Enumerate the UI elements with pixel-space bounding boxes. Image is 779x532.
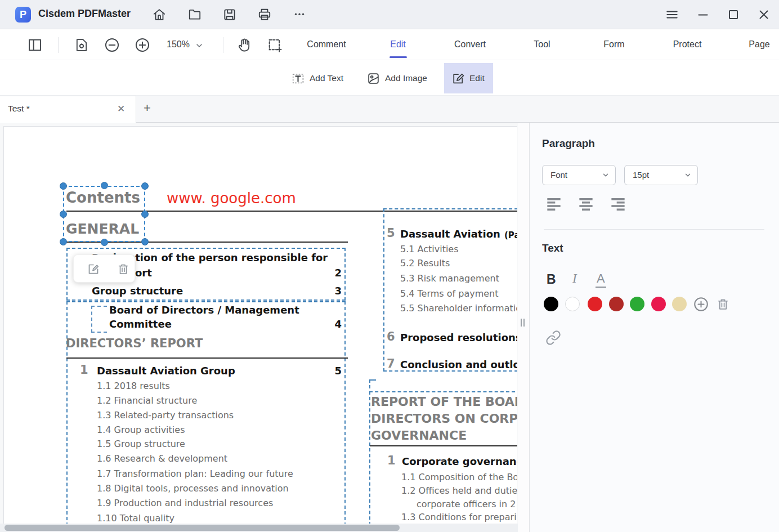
selection-handle-sw[interactable]	[60, 238, 67, 245]
doc-heading-governance-line3: GOVERNANCE	[371, 428, 467, 442]
toc-item: 1.3 Conditions for prepari	[401, 512, 517, 522]
tab-tool[interactable]: Tool	[534, 39, 550, 50]
chevron-down-icon	[602, 171, 610, 179]
text-block-selection-box[interactable]	[63, 186, 145, 242]
hand-tool-icon[interactable]	[236, 37, 252, 53]
toc-item: 1.1 Composition of the Bo	[401, 472, 517, 482]
toc-board-line1: Board of Directors / Management	[109, 304, 299, 316]
zoom-level-value[interactable]: 150%	[167, 39, 190, 50]
align-left-icon[interactable]	[545, 196, 562, 212]
doc-heading-directors-report: DIRECTORS’ REPORT	[66, 337, 203, 350]
font-family-select[interactable]: Font	[542, 165, 616, 185]
color-swatch-crimson[interactable]	[651, 297, 666, 311]
add-color-icon[interactable]	[693, 297, 709, 312]
maximize-icon[interactable]	[726, 7, 741, 22]
tab-form[interactable]: Form	[603, 39, 624, 50]
format-panel: Paragraph Font 15pt Text B I	[529, 123, 779, 532]
color-swatch-tan[interactable]	[672, 297, 687, 311]
save-icon[interactable]	[222, 7, 237, 22]
tab-edit[interactable]: Edit	[390, 39, 406, 50]
main-toolbar: 150% Comment Edit Convert Tool Form Prot…	[0, 30, 779, 60]
toolbar-separator	[58, 37, 59, 53]
toc-item: 1.10 Total quality	[97, 513, 174, 524]
toc-item: 1.5 Group structure	[97, 439, 185, 449]
horizontal-scrollbar[interactable]	[0, 524, 518, 532]
align-right-icon[interactable]	[610, 196, 626, 212]
delete-text-block-icon[interactable]	[117, 262, 130, 276]
nested-text-fragment-outline	[91, 306, 107, 333]
toc-sec1-title: Dassault Aviation Group	[97, 365, 235, 377]
doc-heading-governance-line2: DIRECTORS ON CORP	[371, 412, 517, 426]
align-center-icon[interactable]	[577, 196, 594, 212]
pdf-page[interactable]: Contents www. google.com GENERAL Declara…	[3, 126, 517, 532]
bold-button[interactable]: B	[547, 272, 556, 287]
app-logo-icon: P	[15, 7, 31, 23]
panel-divider	[544, 229, 764, 230]
text-block-mini-toolbar	[73, 254, 135, 283]
active-tab-underline	[390, 56, 407, 58]
edit-tool-button[interactable]: Edit	[469, 73, 485, 83]
underline-button[interactable]: A	[596, 271, 606, 288]
tab-protect[interactable]: Protect	[673, 39, 702, 50]
doc-rule-3	[66, 357, 348, 359]
add-image-button[interactable]: Add Image	[385, 73, 427, 83]
select-marquee-icon[interactable]	[267, 37, 283, 53]
color-swatch-white[interactable]	[565, 297, 580, 311]
horizontal-scrollbar-thumb[interactable]	[5, 525, 400, 531]
delete-color-icon[interactable]	[716, 297, 730, 311]
text-fragment-outline	[369, 379, 376, 388]
selection-handle-w[interactable]	[60, 211, 67, 218]
doc-heading-governance-line1: REPORT OF THE BOAR	[371, 395, 517, 409]
tab-convert[interactable]: Convert	[454, 39, 486, 50]
link-icon[interactable]	[545, 330, 561, 346]
sidebar-toggle-icon[interactable]	[27, 37, 43, 53]
toc-gsec1-title: Corporate governanc	[402, 455, 517, 467]
tab-comment[interactable]: Comment	[307, 39, 346, 50]
tab-close-icon[interactable]: ✕	[117, 103, 125, 115]
selection-handle-s[interactable]	[101, 239, 108, 246]
toc-sec1-page: 5	[308, 365, 342, 377]
minimize-icon[interactable]	[696, 7, 710, 22]
add-text-icon	[291, 71, 305, 86]
doc-url-text[interactable]: www. google.com	[167, 190, 296, 207]
toc-item: 5.3 Risk management	[400, 273, 499, 284]
new-tab-button[interactable]: +	[144, 101, 151, 115]
color-swatch-black[interactable]	[544, 297, 558, 311]
color-swatch-red[interactable]	[588, 297, 602, 311]
menu-icon[interactable]	[665, 7, 679, 22]
toc-item: 1.2 Offices held and dutie	[401, 485, 517, 496]
add-text-button[interactable]: Add Text	[310, 73, 343, 83]
toc-item: 5.1 Activities	[400, 244, 459, 254]
app-title: Cisdem PDFMaster	[38, 8, 131, 20]
open-folder-icon[interactable]	[187, 7, 202, 22]
selection-handle-se[interactable]	[141, 238, 149, 245]
toc-declaration-page: 2	[308, 267, 342, 279]
text-section-title: Text	[542, 242, 563, 254]
home-icon[interactable]	[152, 7, 167, 22]
selection-handle-n[interactable]	[101, 182, 108, 189]
print-icon[interactable]	[257, 7, 272, 22]
toc-item: 5.5 Shareholder informatio	[400, 303, 517, 314]
selection-handle-nw[interactable]	[60, 182, 67, 190]
tab-page[interactable]: Page	[749, 39, 769, 50]
zoom-out-icon[interactable]	[104, 37, 120, 53]
toc-sec6-num: 6	[387, 330, 395, 343]
panel-splitter[interactable]	[518, 123, 529, 532]
toc-item: 5.2 Results	[400, 258, 450, 269]
color-swatch-green[interactable]	[630, 297, 644, 311]
italic-button[interactable]: I	[572, 271, 577, 286]
more-options-icon[interactable]	[292, 6, 307, 20]
page-settings-icon[interactable]	[74, 37, 89, 53]
zoom-dropdown-chevron-icon[interactable]	[195, 41, 204, 50]
close-icon[interactable]	[756, 7, 771, 22]
document-tab-test[interactable]: Test * ✕	[0, 96, 136, 123]
font-size-select[interactable]: 15pt	[624, 165, 698, 185]
selection-handle-e[interactable]	[141, 211, 149, 218]
selection-handle-ne[interactable]	[141, 182, 149, 190]
toc-sec5-title: Dassault Aviation	[400, 228, 500, 240]
edit-text-block-icon[interactable]	[87, 262, 100, 276]
splitter-grip-icon	[521, 319, 522, 327]
zoom-in-icon[interactable]	[135, 37, 150, 53]
toc-sec1-num: 1	[80, 363, 88, 377]
color-swatch-dark-red[interactable]	[609, 297, 624, 311]
